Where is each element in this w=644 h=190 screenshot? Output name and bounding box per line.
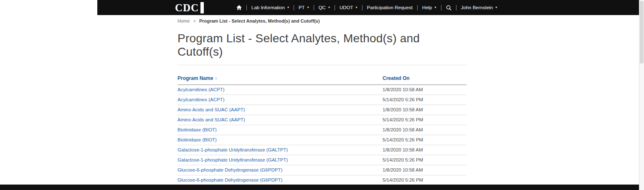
table-row: Glucose-6-phosphate Dehydrogenase (G6PDP… [177, 165, 467, 175]
scrollbar-thumb[interactable] [640, 1, 644, 64]
created-on-cell: 1/8/2020 10:58 AM [383, 85, 467, 95]
caret-down-icon: ▾ [287, 6, 289, 9]
table-row: Acylcarnitines (ACPT) 5/14/2020 5:26 PM [177, 95, 467, 105]
nav-qc[interactable]: QC ▾ [314, 0, 335, 15]
caret-down-icon: ▾ [307, 6, 309, 9]
created-on-cell: 5/14/2020 5:26 PM [383, 175, 467, 185]
nav-udot[interactable]: UDOT ▾ [335, 0, 362, 15]
created-on-cell: 1/8/2020 10:58 AM [383, 145, 467, 155]
table-row: Amino Acids and SUAC (AAPT) 5/14/2020 5:… [177, 115, 467, 125]
table-row: Glucose-6-phosphate Dehydrogenase (G6PDP… [177, 175, 467, 185]
nav-qc-label: QC [319, 5, 326, 10]
nav-user-label: John Bernstein [461, 5, 493, 10]
caret-down-icon: ▾ [356, 6, 357, 9]
nav-search[interactable] [441, 0, 456, 15]
program-link[interactable]: Galactose-1-phosphate Uridyltransferase … [177, 157, 288, 162]
program-link[interactable]: Glucose-6-phosphate Dehydrogenase (G6PDP… [177, 177, 282, 182]
caret-down-icon: ▾ [435, 6, 436, 9]
program-link[interactable]: Acylcarnitines (ACPT) [177, 87, 224, 92]
main-content: Home > Program List - Select Analytes, M… [177, 18, 467, 190]
column-header-program-name[interactable]: Program Name↑ [177, 74, 383, 85]
created-on-cell: 1/8/2020 10:58 AM [383, 165, 467, 175]
program-link[interactable]: Acylcarnitines (ACPT) [177, 97, 224, 102]
top-nav-bar: CDC Lab Information ▾ PT ▾ QC ▾ UDOT ▾ [97, 0, 639, 15]
program-link[interactable]: Biotinidase (BIOT) [177, 137, 217, 142]
main-nav: Lab Information ▾ PT ▾ QC ▾ UDOT ▾ Parti… [232, 0, 502, 15]
program-link[interactable]: Amino Acids and SUAC (AAPT) [177, 117, 245, 122]
nav-participation-request[interactable]: Participation Request [363, 0, 417, 15]
created-on-cell: 5/14/2020 5:26 PM [383, 95, 467, 105]
sort-asc-icon: ↑ [215, 76, 217, 81]
nav-user-menu[interactable]: John Bernstein ▾ [456, 0, 502, 15]
created-on-cell: 5/14/2020 5:26 PM [383, 135, 467, 145]
created-on-cell: 5/14/2020 5:26 PM [383, 155, 467, 165]
created-on-cell: 1/8/2020 10:58 AM [383, 105, 467, 115]
table-header-row: Program Name↑ Created On [177, 74, 467, 85]
nav-participation-request-label: Participation Request [367, 5, 413, 10]
table-row: Biotinidase (BIOT) 1/8/2020 10:58 AM [177, 125, 467, 135]
cdc-logo[interactable]: CDC [175, 1, 204, 14]
nav-udot-label: UDOT [340, 5, 353, 10]
home-icon [236, 5, 242, 10]
program-table: Program Name↑ Created On Acylcarnitines … [177, 74, 467, 185]
page-title: Program List - Select Analytes, Method(s… [177, 32, 467, 65]
footer-bar [0, 185, 639, 190]
breadcrumb: Home > Program List - Select Analytes, M… [177, 18, 467, 23]
table-row: Galactose-1-phosphate Uridyltransferase … [177, 155, 467, 165]
table-row: Biotinidase (BIOT) 5/14/2020 5:26 PM [177, 135, 467, 145]
nav-home[interactable] [232, 0, 246, 15]
caret-down-icon: ▾ [495, 6, 497, 9]
nav-lab-information-label: Lab Information [251, 5, 285, 10]
table-row: Amino Acids and SUAC (AAPT) 1/8/2020 10:… [177, 105, 467, 115]
program-link[interactable]: Galactose-1-phosphate Uridyltransferase … [177, 147, 288, 152]
search-icon [446, 5, 451, 10]
nav-pt[interactable]: PT ▾ [294, 0, 314, 15]
program-link[interactable]: Glucose-6-phosphate Dehydrogenase (G6PDP… [177, 167, 282, 172]
vertical-scrollbar[interactable] [639, 0, 644, 190]
program-link[interactable]: Amino Acids and SUAC (AAPT) [177, 107, 245, 112]
table-row: Galactose-1-phosphate Uridyltransferase … [177, 145, 467, 155]
column-header-created-on[interactable]: Created On [383, 74, 467, 85]
cdc-logo-block [200, 2, 204, 13]
nav-lab-information[interactable]: Lab Information ▾ [247, 0, 294, 15]
caret-down-icon: ▾ [328, 6, 330, 9]
nav-pt-label: PT [299, 5, 305, 10]
program-link[interactable]: Biotinidase (BIOT) [177, 127, 217, 132]
breadcrumb-separator: > [193, 18, 195, 23]
cdc-logo-text: CDC [175, 3, 199, 13]
nav-help[interactable]: Help ▾ [418, 0, 441, 15]
created-on-cell: 1/8/2020 10:58 AM [383, 125, 467, 135]
breadcrumb-home-link[interactable]: Home [177, 18, 190, 23]
created-on-cell: 5/14/2020 5:26 PM [383, 115, 467, 125]
table-row: Acylcarnitines (ACPT) 1/8/2020 10:58 AM [177, 85, 467, 95]
breadcrumb-current: Program List - Select Analytes, Method(s… [199, 18, 320, 23]
nav-help-label: Help [422, 5, 432, 10]
